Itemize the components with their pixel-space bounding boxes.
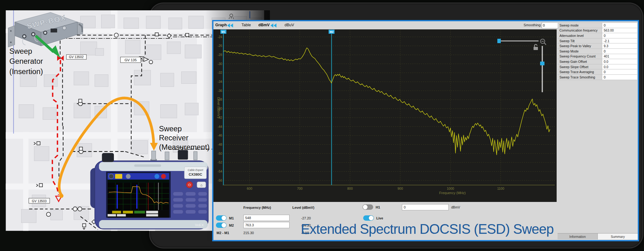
marker-flag-label: M2: [329, 30, 334, 33]
gv-13502-label: GV 13502: [69, 55, 84, 59]
meter-brand-label: Cable Expert: [188, 168, 203, 172]
setting-value[interactable]: 0: [602, 75, 637, 80]
setting-value[interactable]: 0.0: [602, 59, 637, 64]
m1-level-value: -27.20: [301, 216, 311, 220]
sweep-graph[interactable]: -24-26-28-30-32-34-36-38-40-42-44-46-48-…: [213, 29, 557, 202]
h1-toggle[interactable]: [363, 204, 373, 210]
h-zoom-handle[interactable]: [497, 39, 501, 43]
h1-unit-label: dBmV: [451, 205, 460, 209]
tab-information[interactable]: Information: [558, 233, 598, 239]
settings-row: Communication frequency563.00: [558, 28, 637, 33]
y-tick-label: -50: [218, 152, 222, 155]
m1-frequency-input[interactable]: [243, 215, 290, 221]
meter-device: Cable Expert CX380C ⏻ ⌂ VeEX: [90, 150, 208, 229]
x-tick-label: 1100: [497, 187, 504, 190]
m1-toggle[interactable]: [216, 215, 227, 221]
settings-row: Attenuation level0: [558, 33, 637, 38]
toolbar: Graph Table dBmV dBuV Smoothing: [213, 21, 557, 29]
setting-label: Communication frequency: [558, 28, 602, 32]
setting-value[interactable]: 0: [602, 23, 637, 28]
setting-value[interactable]: 9.3: [602, 43, 637, 48]
sweep-generator-caption-line1: Sweep: [9, 47, 32, 55]
m2-toggle[interactable]: [216, 223, 227, 228]
graph-button[interactable]: Graph: [215, 23, 227, 27]
table-button[interactable]: Table: [242, 23, 251, 27]
sweep-trace: [223, 48, 550, 155]
setting-value[interactable]: 401: [602, 54, 637, 59]
setting-value[interactable]: 0: [602, 49, 637, 54]
dbmv-button[interactable]: dBmV: [258, 23, 270, 27]
meter-logo: VeEX: [195, 223, 204, 227]
m2-frequency-input[interactable]: [243, 222, 290, 228]
setting-label: Sweep Mode: [558, 49, 602, 53]
setting-value[interactable]: 0.0: [602, 64, 637, 69]
settings-panel: Sweep mode0Communication frequency563.00…: [558, 21, 638, 240]
setting-label: Sweep Trace Smoothing: [558, 75, 602, 79]
setting-label: Sweep Slope Offset: [558, 65, 602, 69]
y-tick-label: -54: [218, 170, 222, 173]
smoothing-label: Smoothing: [524, 23, 541, 27]
smoothing-input[interactable]: [542, 22, 559, 28]
setting-value[interactable]: 0: [602, 33, 637, 38]
meter-screen: [106, 172, 171, 218]
settings-row: Sweep Tilt-2.1: [558, 38, 637, 44]
meter-model-label: CX380C: [189, 173, 202, 176]
screenshot-stage: GV 13502 GV 135 GV 13503: [0, 0, 644, 251]
live-label: Live: [376, 216, 383, 220]
y-tick-label: -30: [218, 62, 222, 66]
setting-value[interactable]: 0: [602, 69, 637, 74]
setting-label: Sweep mode: [558, 23, 602, 27]
y-tick-label: -34: [218, 80, 222, 83]
esd-sweep-window: Graph Table dBmV dBuV Smoothing -24-26-2…: [212, 20, 639, 241]
settings-row: Sweep Slope Offset0.0: [558, 64, 637, 70]
x-tick-label: 900: [398, 187, 403, 190]
settings-row: Sweep Trace Smoothing0: [558, 75, 637, 80]
level-header: Level (dBmV): [292, 206, 314, 209]
sweep-receiver-caption-line1: Sweep: [159, 124, 182, 133]
setting-label: Sweep Tilt: [558, 39, 602, 43]
y-tick-label: -44: [218, 125, 222, 128]
settings-row: Sweep Gain Offset0.0: [558, 59, 637, 64]
marker-flag-label: M1: [222, 30, 226, 33]
y-tick-label: -26: [218, 44, 222, 48]
settings-row: Sweep Trace Averaging0: [558, 69, 637, 75]
h1-input[interactable]: [402, 204, 449, 210]
v-zoom-handle[interactable]: [540, 62, 544, 65]
tab-summary[interactable]: Summary: [598, 233, 638, 239]
frequency-header: Frequency (MHz): [243, 206, 271, 209]
y-tick-label: -32: [218, 71, 222, 74]
settings-row: Sweep mode0: [558, 23, 637, 28]
y-tick-label: -28: [218, 53, 222, 57]
y-tick-label: -46: [218, 134, 222, 137]
y-axis-title: Level (dBmV): [217, 97, 221, 118]
page-title: Extended Spectrum DOCSIS (ESD) Sweep: [301, 221, 550, 237]
setting-label: Sweep Gain Offset: [558, 60, 602, 63]
y-tick-label: -36: [218, 89, 222, 93]
y-tick-label: -56: [218, 179, 222, 182]
setting-label: Attenuation level: [558, 34, 602, 38]
sweep-generator-caption-line2: Generator: [9, 57, 43, 65]
m1-label: M1: [229, 216, 234, 220]
y-tick-label: -52: [218, 161, 222, 164]
setting-value[interactable]: -2.1: [602, 38, 637, 43]
delta-label: M2 - M1: [217, 231, 229, 235]
graph-selected-icon: [227, 23, 234, 28]
y-tick-label: -48: [218, 143, 222, 146]
setting-label: Sweep Trace Averaging: [558, 70, 602, 74]
dbuv-button[interactable]: dBuV: [285, 23, 294, 27]
setting-value[interactable]: 563.00: [602, 28, 637, 33]
x-tick-label: 1000: [447, 187, 454, 190]
sweep-generator-caption-line3: (Insertion): [9, 67, 43, 76]
x-tick-label: 700: [297, 187, 303, 190]
delta-frequency-value: 215.30: [243, 231, 254, 235]
x-axis-title: Frequency (MHz): [439, 191, 466, 195]
x-tick-label: 600: [247, 187, 252, 190]
h1-label: H1: [376, 205, 380, 209]
lock-icon[interactable]: [534, 47, 538, 50]
gv-13503-label: GV 13503: [32, 199, 47, 203]
gv-135-label: GV 135: [124, 58, 137, 62]
svg-text:⌂: ⌂: [200, 183, 202, 187]
live-toggle[interactable]: [363, 215, 374, 221]
settings-row: Sweep Mode0: [558, 49, 637, 54]
settings-row: Sweep Peak to Valley9.3: [558, 43, 637, 49]
